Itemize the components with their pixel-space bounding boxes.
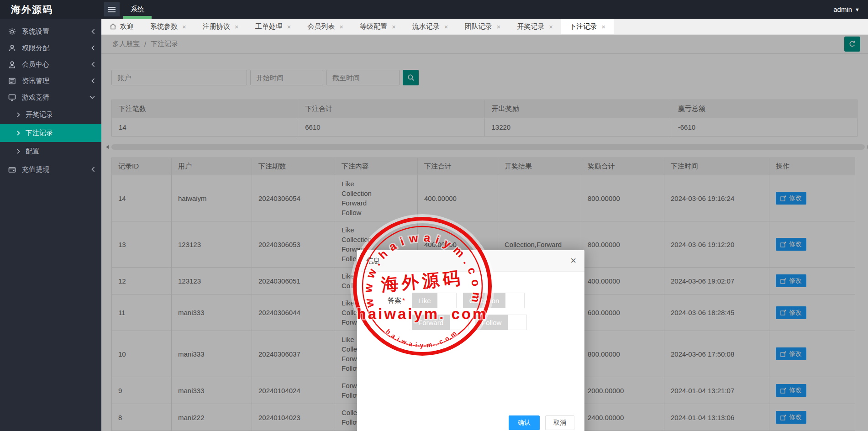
forward-value-input[interactable] bbox=[450, 315, 469, 330]
sidebar-item-system-settings[interactable]: 系统设置 bbox=[0, 23, 101, 40]
tab-welcome[interactable]: 欢迎 bbox=[101, 19, 142, 34]
tab-label: 系统参数 bbox=[150, 22, 178, 31]
hamburger-icon bbox=[108, 9, 116, 10]
tab-team-records[interactable]: 团队记录× bbox=[457, 19, 509, 34]
tab-label: 团队记录 bbox=[465, 22, 492, 31]
close-icon[interactable]: × bbox=[444, 23, 448, 31]
app-window: 海外源码 系统 admin ▼ 系统设置 权限分配 会员中心 资 bbox=[0, 0, 868, 431]
sidebar-item-label: 会员中心 bbox=[22, 60, 89, 69]
wallet-icon bbox=[8, 166, 17, 173]
option-forward: Forward bbox=[412, 315, 469, 330]
sidebar-item-label: 游戏竞猜 bbox=[22, 93, 89, 102]
close-icon[interactable]: × bbox=[601, 23, 605, 31]
tab-label: 注册协议 bbox=[203, 22, 230, 31]
chevron-left-icon bbox=[89, 29, 95, 34]
topnav-item-system[interactable]: 系统 bbox=[120, 0, 155, 19]
chevron-right-icon bbox=[17, 131, 20, 136]
sidebar-item-label: 资讯管理 bbox=[22, 77, 89, 85]
collection-value-input[interactable] bbox=[505, 293, 525, 308]
close-icon[interactable]: × bbox=[235, 23, 239, 31]
monitor-icon bbox=[8, 94, 17, 101]
sidebar-item-member-center[interactable]: 会员中心 bbox=[0, 56, 101, 73]
option-like: Like bbox=[412, 293, 457, 308]
close-icon[interactable]: × bbox=[570, 256, 576, 266]
sidebar-item-recharge-withdraw[interactable]: 充值提现 bbox=[0, 160, 101, 179]
sidebar-item-label: 充值提现 bbox=[22, 165, 89, 174]
tab-level-config[interactable]: 等级配置× bbox=[352, 19, 404, 34]
chevron-right-icon bbox=[17, 149, 20, 154]
chevron-right-icon bbox=[17, 112, 20, 117]
sidebar-item-news[interactable]: 资讯管理 bbox=[0, 73, 101, 89]
home-icon bbox=[110, 23, 116, 30]
tab-label: 下注记录 bbox=[569, 22, 597, 31]
tab-bet-records[interactable]: 下注记录× bbox=[561, 19, 614, 34]
modal-title: 信息 bbox=[357, 250, 584, 272]
close-icon[interactable]: × bbox=[339, 23, 343, 31]
sidebar-item-game-guess[interactable]: 游戏竞猜 bbox=[0, 89, 101, 105]
option-follow: Follow bbox=[475, 315, 527, 330]
chevron-left-icon bbox=[89, 167, 95, 172]
tab-label: 等级配置 bbox=[360, 22, 387, 31]
tab-register-agreement[interactable]: 注册协议× bbox=[195, 19, 247, 34]
close-icon[interactable]: × bbox=[549, 23, 553, 31]
sidebar-subitem-label: 下注记录 bbox=[26, 129, 53, 137]
tab-draw-records[interactable]: 开奖记录× bbox=[509, 19, 561, 34]
menu-toggle-button[interactable] bbox=[104, 2, 120, 16]
chevron-left-icon bbox=[89, 62, 95, 67]
tab-label: 欢迎 bbox=[120, 22, 134, 31]
info-modal: 信息 × 答案* Like Collection Forward Follow bbox=[357, 250, 584, 431]
topnav-label: 系统 bbox=[131, 5, 144, 14]
option-collection: Collection bbox=[463, 293, 525, 308]
close-icon[interactable]: × bbox=[182, 23, 186, 31]
sidebar-item-label: 系统设置 bbox=[22, 27, 89, 36]
modal-body: 答案* Like Collection Forward Follow bbox=[357, 272, 584, 338]
option-label: Like bbox=[412, 293, 437, 308]
tab-label: 流水记录 bbox=[412, 22, 440, 31]
user-key-icon bbox=[8, 44, 17, 52]
tab-member-list[interactable]: 会员列表× bbox=[299, 19, 352, 34]
close-icon[interactable]: × bbox=[287, 23, 291, 31]
answer-form-row: 答案* Like Collection Forward Follow bbox=[366, 293, 575, 330]
option-label: Follow bbox=[475, 315, 508, 330]
sidebar-subitem-label: 开奖记录 bbox=[26, 110, 53, 119]
sidebar-subitem-draw-records[interactable]: 开奖记录 bbox=[0, 105, 101, 124]
close-icon[interactable]: × bbox=[392, 23, 396, 31]
required-asterisk: * bbox=[402, 296, 405, 304]
field-label: 答案* bbox=[366, 293, 412, 308]
options-wrap: Like Collection Forward Follow bbox=[412, 293, 575, 330]
tab-label: 开奖记录 bbox=[517, 22, 544, 31]
tab-flow-records[interactable]: 流水记录× bbox=[404, 19, 457, 34]
sidebar-subitem-bet-records[interactable]: 下注记录 bbox=[0, 124, 101, 142]
tab-work-orders[interactable]: 工单处理× bbox=[247, 19, 300, 34]
chevron-down-icon bbox=[89, 95, 95, 99]
modal-footer: 确认 取消 bbox=[509, 415, 574, 430]
sidebar: 系统设置 权限分配 会员中心 资讯管理 游戏竞猜 开奖记录 bbox=[0, 19, 101, 431]
chevron-down-icon: ▼ bbox=[855, 7, 860, 12]
confirm-button[interactable]: 确认 bbox=[509, 415, 540, 430]
tab-label: 会员列表 bbox=[307, 22, 335, 31]
chevron-left-icon bbox=[89, 78, 95, 84]
sidebar-item-label: 权限分配 bbox=[22, 44, 89, 53]
sidebar-subitem-config[interactable]: 配置 bbox=[0, 142, 101, 160]
gear-icon bbox=[8, 28, 17, 35]
tabs-bar: 欢迎 系统参数× 注册协议× 工单处理× 会员列表× 等级配置× 流水记录× 团… bbox=[101, 19, 868, 35]
news-icon bbox=[8, 77, 17, 84]
sidebar-subitem-label: 配置 bbox=[26, 147, 39, 156]
user-icon bbox=[8, 61, 17, 68]
option-label: Forward bbox=[412, 315, 450, 330]
app-logo: 海外源码 bbox=[0, 3, 101, 16]
option-label: Collection bbox=[463, 293, 506, 308]
user-menu[interactable]: admin ▼ bbox=[833, 5, 860, 13]
tab-label: 工单处理 bbox=[255, 22, 283, 31]
follow-value-input[interactable] bbox=[508, 315, 527, 330]
tab-system-params[interactable]: 系统参数× bbox=[142, 19, 195, 34]
username: admin bbox=[833, 5, 852, 13]
close-icon[interactable]: × bbox=[497, 23, 501, 31]
chevron-left-icon bbox=[89, 45, 95, 51]
like-value-input[interactable] bbox=[437, 293, 457, 308]
topbar: 海外源码 系统 admin ▼ bbox=[0, 0, 868, 19]
sidebar-item-permissions[interactable]: 权限分配 bbox=[0, 40, 101, 56]
cancel-button[interactable]: 取消 bbox=[545, 415, 574, 430]
